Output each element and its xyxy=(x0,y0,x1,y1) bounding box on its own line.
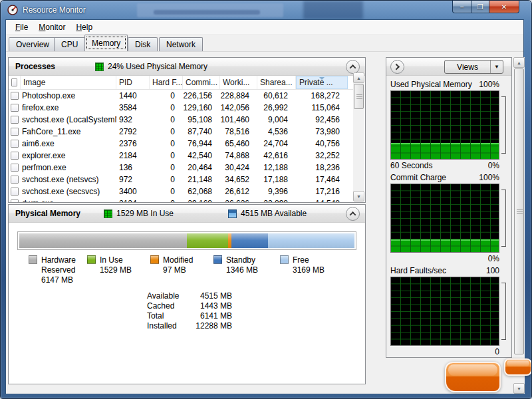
tab-disk[interactable]: Disk xyxy=(128,37,158,51)
process-commit: 29,168 xyxy=(183,199,220,202)
axis-bracket xyxy=(501,283,506,340)
table-row[interactable]: svchost.exe (secsvcs) 3400 0 62,068 26,6… xyxy=(9,186,354,198)
table-row[interactable]: dwm.exe 2124 0 29,168 26,626 22,898 14,5… xyxy=(9,198,354,202)
scrollbar-thumb[interactable] xyxy=(514,68,524,354)
row-checkbox[interactable] xyxy=(11,140,19,148)
hardware-reserved-swatch xyxy=(29,255,37,264)
scrollbar-thumb[interactable] xyxy=(354,84,364,109)
table-row[interactable]: explorer.exe 2184 0 42,540 74,868 42,616… xyxy=(9,150,354,162)
watermark-logo xyxy=(445,362,501,392)
chevron-up-icon xyxy=(350,211,356,218)
process-private: 32,252 xyxy=(296,151,348,160)
commit-charge-graph xyxy=(390,184,499,253)
memory-legend: HardwareReserved6147 MB In Use1529 MB Mo… xyxy=(29,255,358,285)
process-commit: 42,540 xyxy=(183,151,220,160)
resource-monitor-icon xyxy=(7,5,18,15)
process-image: svchost.exe (secsvcs) xyxy=(21,187,116,196)
process-private: 168,272 xyxy=(296,91,348,100)
dropdown-arrow-icon[interactable]: ▼ xyxy=(490,61,503,73)
process-hard-faults: 0 xyxy=(150,187,183,196)
views-button[interactable]: Views ▼ xyxy=(444,60,503,74)
tab-cpu[interactable]: CPU xyxy=(54,37,85,51)
row-checkbox[interactable] xyxy=(11,164,19,172)
column-working[interactable]: Worki... xyxy=(220,76,257,89)
table-row[interactable]: aim6.exe 2376 0 76,944 65,460 24,704 40,… xyxy=(9,138,354,150)
processes-title: Processes xyxy=(9,62,55,71)
tab-overview[interactable]: Overview xyxy=(9,37,57,51)
column-private-label: Private ... xyxy=(299,78,333,87)
process-working: 26,612 xyxy=(220,187,257,196)
process-shareable: 24,704 xyxy=(257,139,296,148)
row-checkbox[interactable] xyxy=(11,128,19,136)
close-button[interactable]: ✕ xyxy=(489,1,519,13)
column-pid[interactable]: PID xyxy=(116,76,150,89)
column-commit[interactable]: Commi... xyxy=(183,76,220,89)
menu-bar: File Monitor Help xyxy=(6,20,523,35)
stat-available: Available4515 MB xyxy=(147,291,232,301)
tab-memory[interactable]: Memory xyxy=(84,35,128,51)
collapse-processes-button[interactable] xyxy=(346,60,360,74)
process-image: perfmon.exe xyxy=(21,163,116,172)
row-checkbox[interactable] xyxy=(11,116,19,124)
table-row[interactable]: perfmon.exe 136 0 20,464 30,424 12,188 1… xyxy=(9,162,354,174)
table-row[interactable]: svchost.exe (netsvcs) 972 0 21,148 34,65… xyxy=(9,174,354,186)
row-checkbox[interactable] xyxy=(11,188,19,196)
tab-network[interactable]: Network xyxy=(159,37,203,51)
column-private[interactable]: Private ... xyxy=(296,76,348,89)
scroll-down-button[interactable]: ▼ xyxy=(513,383,525,394)
menu-file[interactable]: File xyxy=(10,21,33,33)
select-all-checkbox[interactable] xyxy=(11,78,17,86)
process-working: 78,516 xyxy=(220,127,257,136)
column-image[interactable]: Image xyxy=(21,76,116,89)
table-row[interactable]: FahCore_11.exe 2792 0 87,740 78,516 4,53… xyxy=(9,126,354,138)
table-row[interactable]: Photoshop.exe 1440 0 226,156 228,884 60,… xyxy=(9,90,354,102)
tab-strip: Overview CPU Memory Disk Network xyxy=(6,35,523,52)
process-pid: 2124 xyxy=(116,199,150,202)
scroll-up-button[interactable]: ▲ xyxy=(513,57,525,68)
column-shareable[interactable]: Sharea... xyxy=(257,76,296,89)
process-pid: 136 xyxy=(116,163,150,172)
memory-composition-bar xyxy=(17,231,356,250)
menu-help[interactable]: Help xyxy=(70,21,98,33)
maximize-button[interactable]: ❐ xyxy=(471,1,489,13)
process-working: 142,056 xyxy=(220,103,257,112)
process-private: 115,064 xyxy=(296,103,348,112)
scroll-up-icon: ▲ xyxy=(356,76,361,80)
process-working: 228,884 xyxy=(220,91,257,100)
column-hard-faults[interactable]: Hard F... xyxy=(150,76,183,89)
collapse-physical-memory-button[interactable] xyxy=(346,207,360,221)
graph-min-label: 0% xyxy=(488,160,499,172)
graph-min-label: 0 xyxy=(495,346,499,358)
process-commit: 21,148 xyxy=(183,175,220,184)
row-checkbox[interactable] xyxy=(11,176,19,184)
row-checkbox[interactable] xyxy=(11,92,19,100)
legend-standby: Standby1346 MB xyxy=(213,255,280,285)
row-checkbox[interactable] xyxy=(11,104,19,112)
process-image: explorer.exe xyxy=(21,151,116,160)
process-image: firefox.exe xyxy=(21,103,116,112)
menu-monitor[interactable]: Monitor xyxy=(33,21,70,33)
scroll-down-button[interactable]: ▼ xyxy=(353,191,364,201)
available-status: 4515 MB Available xyxy=(228,209,307,218)
process-pid: 2184 xyxy=(116,151,150,160)
process-hard-faults: 0 xyxy=(150,115,183,124)
graphs-stack: Used Physical Memory 100% 60 Seconds 0% … xyxy=(390,78,507,358)
scroll-up-button[interactable]: ▲ xyxy=(353,72,364,83)
table-row[interactable]: svchost.exe (LocalSystemNet... 932 0 95,… xyxy=(9,114,354,126)
logo-gloss xyxy=(507,360,530,366)
row-checkbox[interactable] xyxy=(11,152,19,160)
process-hard-faults: 0 xyxy=(150,163,183,172)
process-image: FahCore_11.exe xyxy=(21,127,116,136)
memory-segment-hardware-reserved xyxy=(19,233,187,248)
window-title: Resource Monitor xyxy=(23,5,86,15)
process-commit: 226,156 xyxy=(183,91,220,100)
title-bar[interactable]: Resource Monitor – ❐ ✕ xyxy=(1,1,531,19)
process-working: 74,868 xyxy=(220,151,257,160)
row-checkbox[interactable] xyxy=(11,200,19,202)
table-row[interactable]: firefox.exe 3584 0 129,160 142,056 26,99… xyxy=(9,102,354,114)
minimize-button[interactable]: – xyxy=(452,1,471,13)
main-scrollbar[interactable]: ▲ ▼ xyxy=(513,57,525,394)
process-list-scrollbar[interactable]: ▲ ▼ xyxy=(353,72,364,201)
expand-panel-button[interactable] xyxy=(390,60,404,74)
used-physical-memory-graph xyxy=(390,90,499,160)
